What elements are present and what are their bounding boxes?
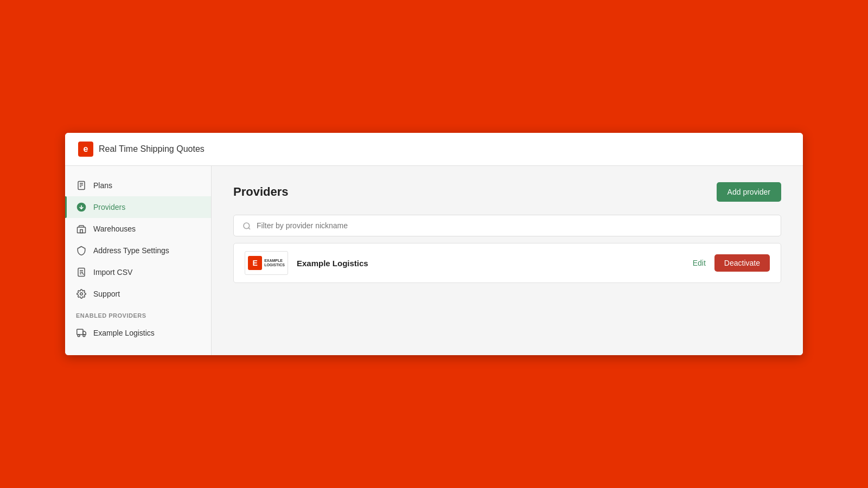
- sidebar-item-import-csv[interactable]: Import CSV: [65, 261, 211, 283]
- sidebar-item-providers[interactable]: Providers: [65, 196, 211, 218]
- main-content: Providers Add provider E: [212, 166, 803, 355]
- content-area: Plans Providers: [65, 166, 803, 355]
- svg-rect-14: [77, 329, 83, 335]
- download-circle-icon: [76, 202, 87, 213]
- search-bar: [233, 215, 781, 236]
- svg-line-12: [82, 273, 84, 275]
- sidebar-item-import-csv-label: Import CSV: [93, 268, 132, 277]
- provider-logo: E EXAMPLE LOGISTICS: [245, 251, 288, 275]
- table-row: E EXAMPLE LOGISTICS Example Logistics Ed…: [233, 243, 781, 283]
- app-title: Real Time Shipping Quotes: [99, 144, 205, 154]
- sidebar-item-warehouses-label: Warehouses: [93, 224, 136, 233]
- sidebar-item-warehouses[interactable]: Warehouses: [65, 218, 211, 240]
- app-window: e Real Time Shipping Quotes Plans: [65, 133, 803, 355]
- sidebar-item-providers-label: Providers: [93, 203, 125, 211]
- sidebar-item-support[interactable]: Support: [65, 283, 211, 305]
- document-csv-icon: [76, 267, 87, 278]
- gear-icon: [76, 288, 87, 299]
- provider-name: Example Logistics: [297, 259, 684, 268]
- sidebar-item-address-type-settings-label: Address Type Settings: [93, 246, 169, 255]
- svg-point-15: [78, 335, 80, 337]
- add-provider-button[interactable]: Add provider: [717, 182, 781, 202]
- svg-rect-7: [80, 230, 83, 233]
- sidebar-enabled-provider-example-logistics[interactable]: Example Logistics: [65, 322, 211, 344]
- svg-point-16: [83, 335, 85, 337]
- svg-line-18: [248, 228, 250, 229]
- warehouse-icon: [76, 223, 87, 234]
- sidebar-item-plans-label: Plans: [93, 181, 112, 190]
- sidebar-enabled-provider-label: Example Logistics: [93, 329, 155, 337]
- provider-actions: Edit Deactivate: [693, 254, 770, 272]
- document-icon: [76, 180, 87, 191]
- sidebar-item-address-type-settings[interactable]: Address Type Settings: [65, 240, 211, 261]
- page-header: Providers Add provider: [233, 182, 781, 202]
- provider-logo-letter: E: [248, 256, 262, 270]
- page-title: Providers: [233, 185, 289, 199]
- svg-point-17: [244, 223, 250, 229]
- deactivate-button[interactable]: Deactivate: [714, 254, 770, 272]
- search-input[interactable]: [257, 221, 772, 230]
- shield-icon: [76, 245, 87, 256]
- sidebar: Plans Providers: [65, 166, 212, 355]
- truck-icon: [76, 328, 87, 338]
- svg-point-13: [80, 293, 83, 296]
- enabled-providers-label: ENABLED PROVIDERS: [65, 305, 211, 322]
- edit-link[interactable]: Edit: [693, 259, 706, 267]
- app-header: e Real Time Shipping Quotes: [65, 133, 803, 166]
- sidebar-item-plans[interactable]: Plans: [65, 175, 211, 196]
- provider-logo-text: EXAMPLE LOGISTICS: [264, 259, 285, 268]
- search-icon: [242, 221, 251, 230]
- app-logo: e: [78, 142, 93, 157]
- sidebar-item-support-label: Support: [93, 290, 120, 298]
